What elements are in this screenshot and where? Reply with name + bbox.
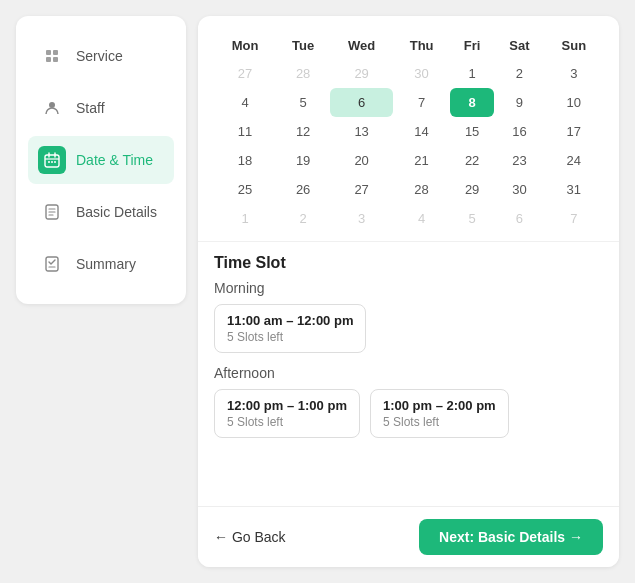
page-container: Service Staff Date & Time Basic Details … [0,0,635,583]
sidebar-item-datetime[interactable]: Date & Time [28,136,174,184]
cal-cell-19[interactable]: 19 [276,146,330,175]
cal-header-fri: Fri [450,32,494,59]
cal-cell-7[interactable]: 7 [545,204,603,233]
cal-cell-1[interactable]: 1 [214,204,276,233]
cal-header-tue: Tue [276,32,330,59]
cal-cell-22[interactable]: 22 [450,146,494,175]
timeslot-slots-left: 5 Slots left [383,415,496,429]
cal-header-wed: Wed [330,32,393,59]
scrollable-content[interactable]: MonTueWedThuFriSatSun 272829301234567891… [198,16,619,506]
svg-point-4 [49,102,55,108]
cal-cell-14[interactable]: 14 [393,117,450,146]
cal-header-sat: Sat [494,32,545,59]
calendar-row-0: 27282930123 [214,59,603,88]
service-icon [38,42,66,70]
cal-header-thu: Thu [393,32,450,59]
cal-cell-8[interactable]: 8 [450,88,494,117]
cal-cell-27[interactable]: 27 [330,175,393,204]
next-button[interactable]: Next: Basic Details → [419,519,603,555]
cal-cell-29[interactable]: 29 [330,59,393,88]
sidebar-item-label-service: Service [76,48,123,64]
svg-rect-10 [46,257,58,271]
cal-header-mon: Mon [214,32,276,59]
footer-bar: ← Go Back Next: Basic Details → [198,506,619,567]
cal-cell-21[interactable]: 21 [393,146,450,175]
cal-cell-13[interactable]: 13 [330,117,393,146]
cal-cell-7[interactable]: 7 [393,88,450,117]
timeslot-card-1-0[interactable]: 12:00 pm – 1:00 pm5 Slots left [214,389,360,438]
back-button[interactable]: ← Go Back [214,529,286,545]
sidebar-item-summary[interactable]: Summary [28,240,174,288]
cal-cell-6[interactable]: 6 [494,204,545,233]
cal-cell-4[interactable]: 4 [214,88,276,117]
cal-cell-11[interactable]: 11 [214,117,276,146]
cal-cell-3[interactable]: 3 [545,59,603,88]
timeslot-card-0-0[interactable]: 11:00 am – 12:00 pm5 Slots left [214,304,366,353]
cal-cell-3[interactable]: 3 [330,204,393,233]
timeslot-row-0: 11:00 am – 12:00 pm5 Slots left [214,304,603,353]
timeslot-section: Time Slot Morning11:00 am – 12:00 pm5 Sl… [198,241,619,461]
cal-cell-25[interactable]: 25 [214,175,276,204]
cal-cell-20[interactable]: 20 [330,146,393,175]
calendar-row-2: 11121314151617 [214,117,603,146]
cal-cell-18[interactable]: 18 [214,146,276,175]
cal-cell-5[interactable]: 5 [450,204,494,233]
datetime-icon [38,146,66,174]
svg-rect-3 [53,57,58,62]
cal-cell-26[interactable]: 26 [276,175,330,204]
cal-cell-30[interactable]: 30 [393,59,450,88]
sidebar-item-label-datetime: Date & Time [76,152,153,168]
cal-cell-28[interactable]: 28 [393,175,450,204]
calendar-row-3: 18192021222324 [214,146,603,175]
timeslot-groups: Morning11:00 am – 12:00 pm5 Slots leftAf… [214,280,603,438]
cal-cell-29[interactable]: 29 [450,175,494,204]
cal-cell-15[interactable]: 15 [450,117,494,146]
cal-cell-12[interactable]: 12 [276,117,330,146]
sidebar-item-label-basicdetails: Basic Details [76,204,157,220]
cal-cell-23[interactable]: 23 [494,146,545,175]
calendar-body: 2728293012345678910111213141516171819202… [214,59,603,233]
cal-cell-28[interactable]: 28 [276,59,330,88]
basicdetails-icon [38,198,66,226]
calendar-table: MonTueWedThuFriSatSun 272829301234567891… [214,32,603,233]
svg-rect-2 [46,57,51,62]
timeslot-title: Time Slot [214,254,603,272]
svg-rect-1 [53,50,58,55]
timeslot-card-1-1[interactable]: 1:00 pm – 2:00 pm5 Slots left [370,389,509,438]
main-layout: Service Staff Date & Time Basic Details … [16,16,619,567]
sidebar-item-service[interactable]: Service [28,32,174,80]
timeslot-time: 11:00 am – 12:00 pm [227,313,353,328]
cal-cell-2[interactable]: 2 [276,204,330,233]
cal-cell-24[interactable]: 24 [545,146,603,175]
sidebar: Service Staff Date & Time Basic Details … [16,16,186,304]
svg-point-7 [51,161,53,163]
cal-cell-9[interactable]: 9 [494,88,545,117]
timeslot-slots-left: 5 Slots left [227,330,353,344]
timeslot-time: 1:00 pm – 2:00 pm [383,398,496,413]
cal-cell-16[interactable]: 16 [494,117,545,146]
main-panel: MonTueWedThuFriSatSun 272829301234567891… [198,16,619,567]
calendar-row-5: 1234567 [214,204,603,233]
sidebar-item-staff[interactable]: Staff [28,84,174,132]
cal-cell-10[interactable]: 10 [545,88,603,117]
calendar-header: MonTueWedThuFriSatSun [214,32,603,59]
svg-point-6 [48,161,50,163]
sidebar-item-basicdetails[interactable]: Basic Details [28,188,174,236]
cal-cell-31[interactable]: 31 [545,175,603,204]
calendar-row-1: 45678910 [214,88,603,117]
cal-cell-5[interactable]: 5 [276,88,330,117]
cal-cell-1[interactable]: 1 [450,59,494,88]
cal-cell-17[interactable]: 17 [545,117,603,146]
summary-icon [38,250,66,278]
calendar-section: MonTueWedThuFriSatSun 272829301234567891… [198,16,619,241]
cal-cell-2[interactable]: 2 [494,59,545,88]
cal-cell-27[interactable]: 27 [214,59,276,88]
sidebar-item-label-staff: Staff [76,100,105,116]
cal-cell-6[interactable]: 6 [330,88,393,117]
timeslot-time: 12:00 pm – 1:00 pm [227,398,347,413]
timeslot-slots-left: 5 Slots left [227,415,347,429]
timeslot-group-label-1: Afternoon [214,365,603,381]
cal-cell-30[interactable]: 30 [494,175,545,204]
timeslot-row-1: 12:00 pm – 1:00 pm5 Slots left1:00 pm – … [214,389,603,438]
cal-cell-4[interactable]: 4 [393,204,450,233]
